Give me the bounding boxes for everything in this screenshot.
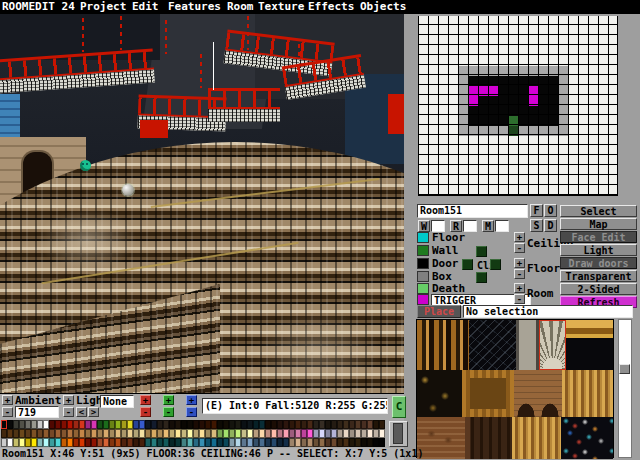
texture-tile-brown-arch[interactable] xyxy=(514,370,562,417)
texture-tile-gold-ornate[interactable] xyxy=(417,320,469,370)
texture-tile-mosaic[interactable] xyxy=(561,417,613,459)
floor-up-button[interactable]: + xyxy=(514,258,525,268)
menu-room[interactable]: Room xyxy=(227,0,254,14)
light-up-button[interactable]: + xyxy=(63,395,74,405)
place-button[interactable]: Place xyxy=(417,305,461,318)
app-title: ROOMEDIT 24 xyxy=(2,0,75,14)
blue-down-button[interactable]: - xyxy=(186,407,197,417)
type-label-wall: Wall xyxy=(432,245,459,257)
red-hanger xyxy=(200,54,202,88)
menu-effects[interactable]: Effects xyxy=(308,0,354,14)
texture-tile-stone-pillar[interactable] xyxy=(516,320,539,370)
texture-tile-black-marble[interactable] xyxy=(469,320,516,370)
palette-swatch[interactable] xyxy=(379,420,385,429)
nudge-left-button[interactable] xyxy=(462,259,473,270)
room-up-button[interactable]: + xyxy=(514,283,525,293)
map-marked-cell[interactable] xyxy=(528,96,538,106)
nudge-up-button[interactable] xyxy=(476,246,487,257)
ambient-down-button[interactable]: - xyxy=(2,407,13,417)
color-palette[interactable] xyxy=(1,420,385,447)
texture-tile-dark-panel[interactable] xyxy=(417,370,462,417)
ceiling-down-button[interactable]: - xyxy=(514,243,525,253)
3d-viewport[interactable] xyxy=(0,14,405,393)
red-up-button[interactable]: + xyxy=(140,395,151,405)
ambient-up-button[interactable]: + xyxy=(2,395,13,405)
map-button[interactable]: Map xyxy=(560,218,637,230)
room-name-input[interactable]: Room151 xyxy=(417,204,528,218)
room-map-grid[interactable] xyxy=(418,16,618,196)
menu-objects[interactable]: Objects xyxy=(360,0,406,14)
map-marked-cell[interactable] xyxy=(508,126,518,136)
room-down-button[interactable]: - xyxy=(514,294,525,304)
water-button[interactable]: W xyxy=(418,220,430,232)
map-marked-cell[interactable] xyxy=(468,96,478,106)
face-edit-button[interactable]: Face Edit xyxy=(560,231,637,243)
menu-texture[interactable]: Texture xyxy=(258,0,304,14)
object-marker-icon[interactable] xyxy=(80,160,91,171)
type-swatch-box[interactable] xyxy=(417,271,429,282)
light-prev-button[interactable]: < xyxy=(76,407,87,417)
ceiling-up-button[interactable]: + xyxy=(514,232,525,242)
object-button[interactable]: O xyxy=(544,204,557,217)
2-sided-button[interactable]: 2-Sided xyxy=(560,283,637,295)
texture-tile-gold-marble[interactable] xyxy=(566,320,613,370)
texture-tile-gold-cols[interactable] xyxy=(512,417,561,459)
green-down-button[interactable]: - xyxy=(163,407,174,417)
room-label: Room xyxy=(527,288,554,300)
select-button[interactable]: Select xyxy=(560,205,637,217)
type-swatch-floor[interactable] xyxy=(417,232,429,243)
place-selection-field[interactable]: No selection xyxy=(463,305,633,318)
map-marked-cell[interactable] xyxy=(488,86,498,96)
floor-down-button[interactable]: - xyxy=(514,269,525,279)
menu-features[interactable]: Features xyxy=(168,0,221,14)
reflect-value-box[interactable] xyxy=(463,220,477,232)
type-swatch-door[interactable] xyxy=(417,258,429,269)
texture-tile-gold-cols[interactable] xyxy=(562,370,613,417)
ambient-label: Ambient xyxy=(15,395,61,406)
color-button[interactable]: C xyxy=(392,396,406,418)
menu-edit[interactable]: Edit xyxy=(132,0,159,14)
nudge-right-button[interactable] xyxy=(490,259,501,270)
texture-tile-fan-arch-selected[interactable] xyxy=(539,320,566,370)
nudge-down-button[interactable] xyxy=(476,272,487,283)
map-marked-cell[interactable] xyxy=(528,86,538,96)
red-down-button[interactable]: - xyxy=(140,407,151,417)
light-select[interactable]: None xyxy=(100,395,134,408)
type-swatch-death[interactable] xyxy=(417,283,429,294)
palette-scrollbar-thumb[interactable] xyxy=(393,423,403,444)
light-down-button[interactable]: - xyxy=(63,407,74,417)
texture-tile-gold-frame[interactable] xyxy=(462,370,514,417)
texture-tile-dark-door[interactable] xyxy=(465,417,512,459)
blue-up-button[interactable]: + xyxy=(186,395,197,405)
red-hanger xyxy=(120,16,122,50)
texture-tile-brown-carving[interactable] xyxy=(417,417,465,459)
type-swatch-wall[interactable] xyxy=(417,245,429,256)
texture-palette[interactable] xyxy=(416,319,614,458)
s-button[interactable]: S xyxy=(530,219,543,232)
palette-swatch[interactable] xyxy=(379,429,385,438)
palette-swatch[interactable] xyxy=(379,438,385,447)
light-info-field: (E) Int:0 Fall:5120 R:255 G:255 B:255 xyxy=(202,398,388,414)
type-label-floor: Floor xyxy=(432,232,465,244)
light-next-button[interactable]: > xyxy=(88,407,99,417)
draw-doors-button[interactable]: Draw doors xyxy=(560,257,637,269)
ambient-input[interactable]: 719 xyxy=(15,406,59,418)
mist-value-box[interactable] xyxy=(495,220,509,232)
green-up-button[interactable]: + xyxy=(163,395,174,405)
status-bar: Room151 X:46 Y:51 (9x5) FLOOR:36 CEILING… xyxy=(0,448,404,460)
menu-project[interactable]: Project xyxy=(80,0,126,14)
light-sphere-marker[interactable] xyxy=(122,184,134,196)
map-marked-cell[interactable] xyxy=(468,86,478,96)
map-marked-cell[interactable] xyxy=(508,116,518,126)
texture-scrollbar-thumb[interactable] xyxy=(619,364,630,374)
red-hanger xyxy=(82,18,84,52)
red-platform xyxy=(388,94,404,134)
d-button[interactable]: D xyxy=(544,219,557,232)
texture-scrollbar[interactable] xyxy=(618,319,632,458)
light-button[interactable]: Light xyxy=(560,244,637,256)
map-marked-cell[interactable] xyxy=(478,86,488,96)
flip-button[interactable]: F xyxy=(530,204,543,217)
transparent-button[interactable]: Transparent xyxy=(560,270,637,282)
trigger-swatch[interactable] xyxy=(417,294,429,305)
mist-button[interactable]: M xyxy=(482,220,494,232)
